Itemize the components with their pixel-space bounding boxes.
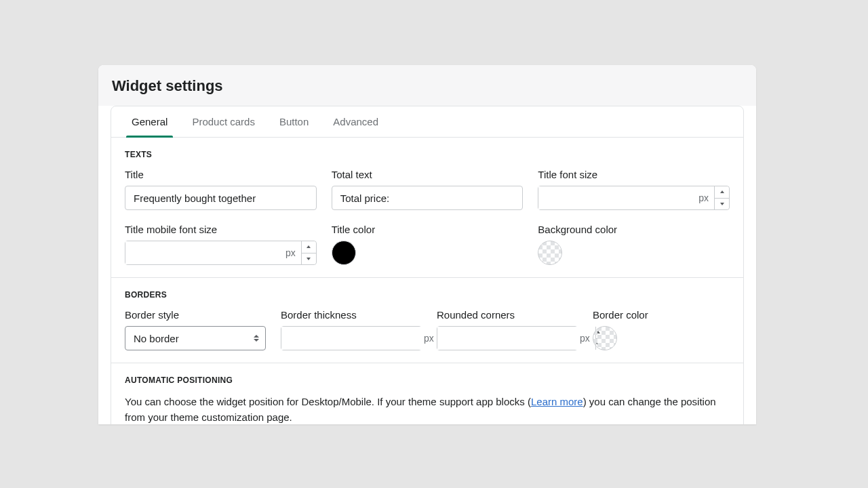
swatch-border-color[interactable] bbox=[593, 326, 617, 350]
label-title: Title bbox=[125, 169, 317, 180]
section-texts: Texts Title Total text Title font size p… bbox=[111, 138, 743, 278]
chevron-up-icon bbox=[307, 245, 311, 248]
page-title: Widget settings bbox=[112, 77, 743, 95]
swatch-background-color[interactable] bbox=[538, 241, 562, 265]
unit-px: px bbox=[698, 192, 714, 203]
label-rounded-corners: Rounded corners bbox=[437, 309, 578, 321]
field-total-text: Total text bbox=[332, 169, 524, 210]
number-title-mobile-font-size: px bbox=[125, 241, 317, 265]
chevron-down-icon bbox=[720, 203, 724, 205]
label-title-color: Title color bbox=[332, 224, 524, 235]
label-border-color: Border color bbox=[593, 309, 674, 321]
input-border-thickness[interactable] bbox=[281, 327, 424, 350]
field-border-color: Border color bbox=[593, 309, 674, 350]
label-title-font-size: Title font size bbox=[538, 169, 730, 180]
input-total-text[interactable] bbox=[332, 186, 524, 210]
select-border-style[interactable]: No border bbox=[125, 326, 266, 350]
tabs: General Product cards Button Advanced bbox=[111, 106, 743, 138]
input-title[interactable] bbox=[125, 186, 317, 210]
panel-header: Widget settings bbox=[98, 65, 756, 106]
step-down[interactable] bbox=[715, 199, 729, 210]
section-heading-borders: Borders bbox=[125, 290, 730, 300]
input-rounded-corners[interactable] bbox=[437, 327, 580, 350]
field-border-style: Border style No border bbox=[125, 309, 266, 350]
step-down[interactable] bbox=[302, 253, 316, 265]
number-border-thickness: px ✕ bbox=[281, 326, 422, 350]
stepper-title-font-size bbox=[714, 186, 729, 209]
swatch-title-color[interactable] bbox=[332, 241, 356, 265]
field-rounded-corners: Rounded corners px bbox=[437, 309, 578, 350]
field-title-color: Title color bbox=[332, 224, 524, 265]
input-title-font-size[interactable] bbox=[538, 186, 698, 209]
step-up[interactable] bbox=[715, 186, 729, 199]
learn-more-link[interactable]: Learn more bbox=[531, 396, 583, 407]
settings-panel: Widget settings General Product cards Bu… bbox=[98, 65, 756, 424]
field-title-font-size: Title font size px bbox=[538, 169, 730, 210]
tab-advanced[interactable]: Advanced bbox=[321, 106, 391, 137]
positioning-text-before: You can choose the widget position for D… bbox=[125, 396, 531, 407]
field-title: Title bbox=[125, 169, 317, 210]
label-background-color: Background color bbox=[538, 224, 730, 235]
number-rounded-corners: px bbox=[437, 326, 578, 350]
field-background-color: Background color bbox=[538, 224, 730, 265]
step-up[interactable] bbox=[302, 241, 316, 253]
tab-product-cards[interactable]: Product cards bbox=[180, 106, 267, 137]
number-title-font-size: px bbox=[538, 186, 730, 210]
input-title-mobile-font-size[interactable] bbox=[125, 241, 285, 264]
label-border-style: Border style bbox=[125, 309, 266, 321]
label-title-mobile-font-size: Title mobile font size bbox=[125, 224, 317, 235]
label-total-text: Total text bbox=[332, 169, 524, 180]
section-borders: Borders Border style No border Border th… bbox=[111, 278, 743, 363]
field-title-mobile-font-size: Title mobile font size px bbox=[125, 224, 317, 265]
section-heading-texts: Texts bbox=[125, 150, 730, 159]
select-border-style-wrap: No border bbox=[125, 326, 266, 350]
tab-button[interactable]: Button bbox=[267, 106, 321, 137]
stepper-title-mobile-font-size bbox=[301, 241, 316, 264]
chevron-down-icon bbox=[307, 258, 311, 260]
tab-general[interactable]: General bbox=[119, 106, 180, 137]
positioning-description: You can choose the widget position for D… bbox=[125, 394, 730, 424]
section-positioning: Automatic positioning You can choose the… bbox=[111, 363, 743, 424]
section-heading-positioning: Automatic positioning bbox=[125, 375, 730, 385]
chevron-up-icon bbox=[720, 190, 724, 193]
label-border-thickness: Border thickness bbox=[281, 309, 422, 321]
settings-card: General Product cards Button Advanced Te… bbox=[111, 106, 744, 424]
field-border-thickness: Border thickness px ✕ bbox=[281, 309, 422, 350]
unit-px: px bbox=[285, 247, 301, 258]
